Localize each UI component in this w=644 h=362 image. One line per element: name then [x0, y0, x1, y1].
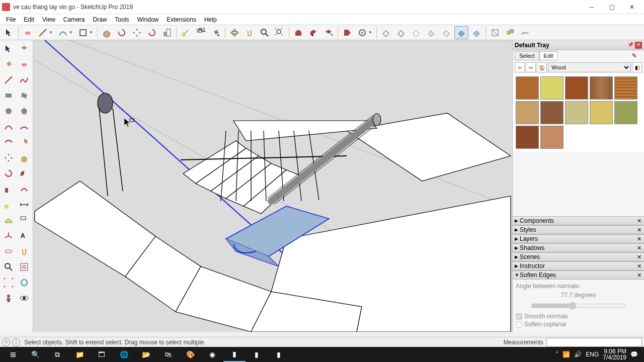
- pan-tool[interactable]: [243, 26, 257, 39]
- swatch-wood-2[interactable]: [540, 76, 564, 100]
- line-tool-left[interactable]: [1, 72, 16, 87]
- measurements-input[interactable]: [546, 338, 642, 347]
- style3-tool[interactable]: [409, 26, 423, 39]
- previous-view-tool[interactable]: [17, 275, 32, 290]
- taskbar-app-2[interactable]: 🗔: [91, 347, 113, 362]
- section-plane-tool[interactable]: [488, 26, 502, 39]
- panel-instructor[interactable]: ▶Instructor✕: [513, 261, 644, 270]
- menu-window[interactable]: Window: [133, 15, 163, 24]
- 2pt-arc-tool[interactable]: [17, 119, 32, 134]
- viewport[interactable]: [33, 40, 512, 332]
- style6-tool[interactable]: [454, 26, 468, 39]
- help-icon[interactable]: ?: [2, 338, 10, 346]
- panel-soften-edges[interactable]: ▼Soften Edges✕: [513, 270, 644, 280]
- search-button[interactable]: 🔍: [24, 347, 46, 362]
- arc-tool[interactable]: ▼: [56, 26, 75, 39]
- panel-styles[interactable]: ▶Styles✕: [513, 225, 644, 234]
- style1-tool[interactable]: [379, 26, 393, 39]
- taskbar-chrome[interactable]: ◉: [201, 347, 223, 362]
- panel-layers[interactable]: ▶Layers✕: [513, 234, 644, 243]
- freehand-tool[interactable]: [17, 72, 32, 87]
- panel-scenes[interactable]: ▶Scenes✕: [513, 252, 644, 261]
- menu-help[interactable]: Help: [200, 15, 221, 24]
- materials-home-button[interactable]: 🏠: [537, 62, 547, 72]
- tray-clock[interactable]: 9:06 PM 7/4/2019: [603, 348, 626, 360]
- taskbar-store[interactable]: 🛍: [157, 347, 179, 362]
- swatch-wood-6[interactable]: [516, 101, 539, 124]
- tray-notifications-icon[interactable]: 💬: [630, 351, 638, 358]
- select-tool-left[interactable]: [1, 41, 16, 56]
- axes-tool[interactable]: [1, 228, 16, 243]
- circle-tool-left[interactable]: [1, 104, 16, 119]
- soften-smooth-checkbox[interactable]: [516, 313, 522, 320]
- tag-tool[interactable]: [340, 26, 354, 39]
- taskbar-edge[interactable]: 🌐: [113, 347, 135, 362]
- menu-extensions[interactable]: Extensions: [163, 15, 200, 24]
- offset-tool[interactable]: [115, 26, 129, 39]
- tray-language[interactable]: ENG: [586, 351, 599, 358]
- zoom-tool[interactable]: [258, 26, 272, 39]
- tape-tool-left[interactable]: [1, 197, 16, 212]
- create-material-button[interactable]: ✎: [632, 52, 642, 59]
- swatch-wood-1[interactable]: [516, 76, 539, 100]
- style2-tool[interactable]: [394, 26, 408, 39]
- offset-tool-left[interactable]: [17, 182, 32, 197]
- close-button[interactable]: ✕: [622, 1, 642, 14]
- rotate-tool[interactable]: [145, 26, 159, 39]
- make-component-tool[interactable]: [17, 41, 32, 56]
- push-pull-left[interactable]: [17, 150, 32, 165]
- tray-volume-icon[interactable]: 🔊: [574, 351, 582, 358]
- layers-dropdown[interactable]: ▼: [355, 26, 374, 39]
- swatch-wood-10[interactable]: [614, 101, 637, 124]
- swatch-wood-9[interactable]: [590, 101, 613, 124]
- style7-tool[interactable]: [469, 26, 484, 39]
- select-tool[interactable]: [2, 26, 16, 39]
- taskbar-app-4[interactable]: ▮: [246, 347, 268, 362]
- sandbox-tool[interactable]: [518, 26, 532, 39]
- materials-forward-button[interactable]: ⇨: [526, 62, 536, 72]
- soften-coplanar-checkbox[interactable]: [516, 321, 522, 328]
- tray-network-icon[interactable]: 📶: [562, 351, 570, 358]
- pan-tool-left[interactable]: [17, 244, 32, 259]
- menu-tools[interactable]: Tools: [111, 15, 133, 24]
- shape-tool[interactable]: ▼: [76, 26, 95, 39]
- polygon-tool-left[interactable]: [17, 104, 32, 119]
- menu-edit[interactable]: Edit: [20, 15, 38, 24]
- menu-draw[interactable]: Draw: [89, 15, 111, 24]
- style5-tool[interactable]: [439, 26, 453, 39]
- swatch-wood-8[interactable]: [565, 101, 588, 124]
- eraser-tool-left[interactable]: [17, 57, 32, 72]
- follow-me-tool[interactable]: [321, 26, 336, 39]
- swatch-wood-11[interactable]: [516, 126, 539, 149]
- 3d-text-tool[interactable]: A: [17, 228, 32, 243]
- tray-close-button[interactable]: ✕: [635, 42, 642, 49]
- scale-tool[interactable]: [160, 26, 174, 39]
- text-tool[interactable]: A1: [194, 26, 208, 39]
- tray-pin-button[interactable]: 📌: [627, 42, 634, 49]
- push-pull-tool[interactable]: [100, 26, 114, 39]
- look-around-tool[interactable]: [17, 291, 32, 306]
- soften-angle-slider[interactable]: [531, 302, 626, 310]
- warehouse-tool[interactable]: [291, 26, 305, 39]
- tape-measure-tool[interactable]: [179, 26, 193, 39]
- taskbar-app-1[interactable]: 📁: [68, 347, 91, 362]
- menu-camera[interactable]: Camera: [59, 15, 89, 24]
- zoom-window-tool[interactable]: [17, 259, 32, 275]
- protractor-tool[interactable]: [1, 213, 16, 228]
- follow-me-left[interactable]: [17, 166, 32, 181]
- eraser-tool[interactable]: [21, 26, 35, 39]
- dimension-tool[interactable]: [17, 197, 32, 212]
- orbit-tool[interactable]: [227, 26, 242, 39]
- menu-view[interactable]: View: [38, 15, 59, 24]
- task-view-button[interactable]: ⧉: [46, 347, 68, 362]
- swatch-wood-7[interactable]: [540, 101, 564, 124]
- maximize-button[interactable]: ▢: [602, 1, 622, 14]
- swatch-wood-5[interactable]: [614, 76, 637, 100]
- zoom-extents-tool[interactable]: [273, 26, 287, 39]
- rotated-rect-tool[interactable]: [17, 88, 32, 103]
- start-button[interactable]: ⊞: [2, 347, 24, 362]
- style4-tool[interactable]: [424, 26, 438, 39]
- component-tool[interactable]: [306, 26, 320, 39]
- panel-shadows[interactable]: ▶Shadows✕: [513, 243, 644, 252]
- rectangle-tool-left[interactable]: [1, 88, 16, 103]
